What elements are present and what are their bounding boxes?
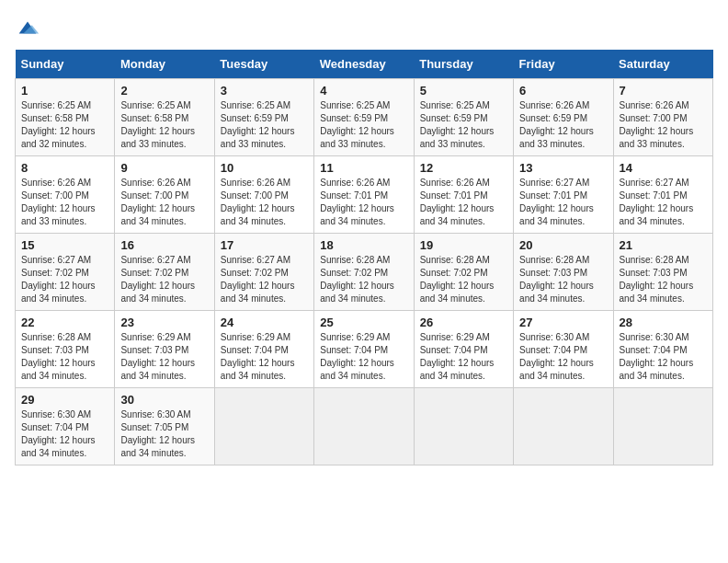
week-row: 29Sunrise: 6:30 AMSunset: 7:04 PMDayligh… [16, 388, 713, 465]
day-header-tuesday: Tuesday [214, 50, 313, 79]
calendar-cell: 16Sunrise: 6:27 AMSunset: 7:02 PMDayligh… [115, 234, 214, 311]
calendar-cell [314, 388, 414, 465]
day-header-monday: Monday [115, 50, 214, 79]
day-number: 26 [420, 316, 507, 329]
day-number: 2 [120, 84, 208, 98]
day-number: 5 [420, 84, 507, 98]
day-info: Sunrise: 6:26 AMSunset: 7:00 PMDaylight:… [620, 99, 707, 151]
day-number: 14 [620, 161, 707, 175]
calendar-cell: 19Sunrise: 6:28 AMSunset: 7:02 PMDayligh… [414, 234, 513, 311]
calendar-cell: 20Sunrise: 6:28 AMSunset: 7:03 PMDayligh… [514, 234, 613, 311]
day-info: Sunrise: 6:27 AMSunset: 7:01 PMDaylight:… [620, 177, 707, 228]
calendar-cell [613, 388, 712, 465]
day-number: 9 [120, 161, 208, 175]
calendar-cell: 23Sunrise: 6:29 AMSunset: 7:03 PMDayligh… [115, 311, 214, 388]
day-number: 12 [420, 161, 507, 175]
calendar-cell: 2Sunrise: 6:25 AMSunset: 6:58 PMDaylight… [115, 79, 214, 156]
day-header-sunday: Sunday [16, 50, 115, 79]
day-info: Sunrise: 6:30 AMSunset: 7:04 PMDaylight:… [21, 408, 108, 460]
day-info: Sunrise: 6:28 AMSunset: 7:03 PMDaylight:… [21, 331, 108, 383]
day-header-friday: Friday [514, 50, 613, 79]
calendar-cell: 12Sunrise: 6:26 AMSunset: 7:01 PMDayligh… [414, 156, 513, 234]
day-number: 22 [21, 316, 108, 329]
day-number: 6 [519, 84, 607, 98]
day-info: Sunrise: 6:28 AMSunset: 7:03 PMDaylight:… [620, 254, 707, 305]
calendar-cell: 5Sunrise: 6:25 AMSunset: 6:59 PMDaylight… [414, 79, 513, 156]
day-info: Sunrise: 6:28 AMSunset: 7:03 PMDaylight:… [519, 254, 607, 305]
day-number: 30 [120, 393, 208, 407]
day-number: 20 [519, 238, 607, 252]
day-number: 15 [21, 238, 108, 252]
calendar-cell: 8Sunrise: 6:26 AMSunset: 7:00 PMDaylight… [16, 156, 115, 234]
calendar-cell: 10Sunrise: 6:26 AMSunset: 7:00 PMDayligh… [214, 156, 313, 234]
week-row: 1Sunrise: 6:25 AMSunset: 6:58 PMDaylight… [16, 79, 713, 156]
calendar-cell: 30Sunrise: 6:30 AMSunset: 7:05 PMDayligh… [115, 388, 214, 465]
calendar-table: SundayMondayTuesdayWednesdayThursdayFrid… [15, 50, 713, 465]
day-info: Sunrise: 6:26 AMSunset: 6:59 PMDaylight:… [519, 99, 607, 151]
day-info: Sunrise: 6:30 AMSunset: 7:04 PMDaylight:… [519, 331, 607, 383]
day-info: Sunrise: 6:27 AMSunset: 7:02 PMDaylight:… [21, 254, 108, 305]
day-info: Sunrise: 6:29 AMSunset: 7:03 PMDaylight:… [120, 331, 208, 383]
day-number: 11 [320, 161, 407, 175]
week-row: 22Sunrise: 6:28 AMSunset: 7:03 PMDayligh… [16, 311, 713, 388]
day-header-saturday: Saturday [613, 50, 712, 79]
day-info: Sunrise: 6:25 AMSunset: 6:59 PMDaylight:… [221, 99, 308, 151]
calendar-cell [214, 388, 313, 465]
calendar-cell: 25Sunrise: 6:29 AMSunset: 7:04 PMDayligh… [314, 311, 414, 388]
calendar-cell [414, 388, 513, 465]
day-info: Sunrise: 6:25 AMSunset: 6:59 PMDaylight:… [320, 99, 407, 151]
day-info: Sunrise: 6:29 AMSunset: 7:04 PMDaylight:… [320, 331, 407, 383]
day-number: 10 [221, 161, 308, 175]
calendar-cell: 17Sunrise: 6:27 AMSunset: 7:02 PMDayligh… [214, 234, 313, 311]
calendar-cell: 18Sunrise: 6:28 AMSunset: 7:02 PMDayligh… [314, 234, 414, 311]
day-number: 21 [620, 238, 707, 252]
day-header-thursday: Thursday [414, 50, 513, 79]
day-number: 27 [519, 316, 607, 329]
calendar-cell: 15Sunrise: 6:27 AMSunset: 7:02 PMDayligh… [16, 234, 115, 311]
day-info: Sunrise: 6:27 AMSunset: 7:02 PMDaylight:… [221, 254, 308, 305]
logo [15, 15, 44, 40]
calendar-cell: 11Sunrise: 6:26 AMSunset: 7:01 PMDayligh… [314, 156, 414, 234]
day-number: 23 [120, 316, 208, 329]
calendar-cell: 1Sunrise: 6:25 AMSunset: 6:58 PMDaylight… [16, 79, 115, 156]
day-info: Sunrise: 6:26 AMSunset: 7:00 PMDaylight:… [221, 177, 308, 228]
day-number: 13 [519, 161, 607, 175]
calendar-cell: 28Sunrise: 6:30 AMSunset: 7:04 PMDayligh… [613, 311, 712, 388]
day-number: 18 [320, 238, 407, 252]
day-number: 24 [221, 316, 308, 329]
day-number: 7 [620, 84, 707, 98]
day-info: Sunrise: 6:27 AMSunset: 7:02 PMDaylight:… [120, 254, 208, 305]
day-info: Sunrise: 6:26 AMSunset: 7:01 PMDaylight:… [320, 177, 407, 228]
day-number: 17 [221, 238, 308, 252]
calendar-cell: 14Sunrise: 6:27 AMSunset: 7:01 PMDayligh… [613, 156, 712, 234]
day-number: 4 [320, 84, 407, 98]
day-info: Sunrise: 6:29 AMSunset: 7:04 PMDaylight:… [420, 331, 507, 383]
calendar-cell: 13Sunrise: 6:27 AMSunset: 7:01 PMDayligh… [514, 156, 613, 234]
day-number: 1 [21, 84, 108, 98]
day-info: Sunrise: 6:30 AMSunset: 7:04 PMDaylight:… [620, 331, 707, 383]
day-info: Sunrise: 6:29 AMSunset: 7:04 PMDaylight:… [221, 331, 308, 383]
calendar-cell: 6Sunrise: 6:26 AMSunset: 6:59 PMDaylight… [514, 79, 613, 156]
calendar-cell: 9Sunrise: 6:26 AMSunset: 7:00 PMDaylight… [115, 156, 214, 234]
day-number: 29 [21, 393, 108, 407]
calendar-cell: 27Sunrise: 6:30 AMSunset: 7:04 PMDayligh… [514, 311, 613, 388]
calendar-cell: 4Sunrise: 6:25 AMSunset: 6:59 PMDaylight… [314, 79, 414, 156]
day-info: Sunrise: 6:25 AMSunset: 6:59 PMDaylight:… [420, 99, 507, 151]
calendar-cell: 3Sunrise: 6:25 AMSunset: 6:59 PMDaylight… [214, 79, 313, 156]
calendar-cell: 24Sunrise: 6:29 AMSunset: 7:04 PMDayligh… [214, 311, 313, 388]
day-info: Sunrise: 6:25 AMSunset: 6:58 PMDaylight:… [120, 99, 208, 151]
day-number: 8 [21, 161, 108, 175]
day-info: Sunrise: 6:27 AMSunset: 7:01 PMDaylight:… [519, 177, 607, 228]
header [15, 15, 713, 40]
day-info: Sunrise: 6:25 AMSunset: 6:58 PMDaylight:… [21, 99, 108, 151]
logo-icon [15, 15, 40, 40]
calendar-cell: 26Sunrise: 6:29 AMSunset: 7:04 PMDayligh… [414, 311, 513, 388]
calendar-cell [514, 388, 613, 465]
day-number: 19 [420, 238, 507, 252]
day-header-wednesday: Wednesday [314, 50, 414, 79]
day-number: 28 [620, 316, 707, 329]
day-info: Sunrise: 6:26 AMSunset: 7:00 PMDaylight:… [21, 177, 108, 228]
day-info: Sunrise: 6:28 AMSunset: 7:02 PMDaylight:… [420, 254, 507, 305]
calendar-cell: 22Sunrise: 6:28 AMSunset: 7:03 PMDayligh… [16, 311, 115, 388]
day-info: Sunrise: 6:30 AMSunset: 7:05 PMDaylight:… [120, 408, 208, 460]
